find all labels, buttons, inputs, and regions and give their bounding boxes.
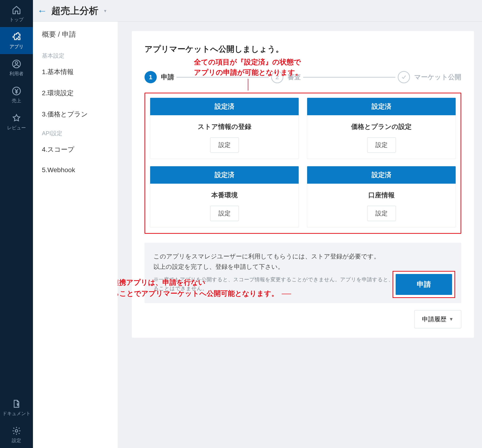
rail-item-sales[interactable]: 売上 xyxy=(0,81,33,108)
submit-application-button[interactable]: 申請 xyxy=(396,274,452,295)
star-icon xyxy=(12,113,21,123)
card-status-badge: 設定済 xyxy=(150,166,299,184)
svg-text:?: ? xyxy=(17,403,19,406)
chevron-down-icon: ▼ xyxy=(449,316,454,322)
user-icon xyxy=(12,59,21,69)
step-1-circle: 1 xyxy=(145,71,157,83)
callout-pointer-line-icon xyxy=(248,79,248,91)
submit-button-highlight-frame: 申請 xyxy=(393,271,455,298)
card-account-info-settings-button[interactable]: 設定 xyxy=(367,206,396,221)
callout-bottom-heading: 【申請】 xyxy=(118,266,291,277)
callout-bottom-line2: 承認されることでアプリマーケットへ公開可能となります。 xyxy=(118,290,278,297)
card-account-info: 設定済 口座情報 設定 xyxy=(307,166,456,228)
card-title: 価格とプランの設定 xyxy=(312,122,451,131)
rail-item-top[interactable]: トップ xyxy=(0,0,33,27)
check-icon xyxy=(401,74,407,80)
publish-panel: アプリマーケットへ公開しましょう。 全ての項目が『設定済』の状態で アプリの申請… xyxy=(132,31,474,338)
side-link-env-settings[interactable]: 2.環境設定 xyxy=(33,83,118,104)
card-store-info: 設定済 ストア情報の登録 設定 xyxy=(150,98,299,159)
card-production-env: 設定済 本番環境 設定 xyxy=(150,166,299,228)
title-dropdown-caret-icon[interactable]: ▾ xyxy=(104,8,106,14)
primary-nav-rail: トップ アプリ 利用者 売上 レビュー ? ドキュメント 設定 xyxy=(0,0,33,448)
step-1-label: 申請 xyxy=(161,73,174,82)
rail-item-app[interactable]: アプリ xyxy=(0,27,33,54)
card-store-info-settings-button[interactable]: 設定 xyxy=(210,137,239,153)
step-connector xyxy=(303,77,395,78)
workspace: ← 超売上分析 ▾ 概要 / 申請 基本設定 1.基本情報 2.環境設定 3.価… xyxy=(33,0,482,448)
secondary-nav: 概要 / 申請 基本設定 1.基本情報 2.環境設定 3.価格とプラン API設… xyxy=(33,22,118,448)
card-status-badge: 設定済 xyxy=(307,166,456,184)
rail-label: アプリ xyxy=(9,44,24,50)
rail-item-review[interactable]: レビュー xyxy=(0,108,33,135)
home-icon xyxy=(12,5,21,15)
rail-label: ドキュメント xyxy=(2,410,31,417)
document-icon: ? xyxy=(12,399,21,409)
rail-label: 設定 xyxy=(12,437,21,444)
side-link-basic-info[interactable]: 1.基本情報 xyxy=(33,61,118,83)
svg-point-4 xyxy=(15,430,18,432)
card-title: 本番環境 xyxy=(155,191,294,200)
card-status-badge: 設定済 xyxy=(307,98,456,115)
card-price-plan-settings-button[interactable]: 設定 xyxy=(367,137,396,153)
gear-icon xyxy=(12,426,21,436)
annotation-callout-bottom: 【申請】 開発した連携アプリは、申請を行ない 承認されることでアプリマーケットへ… xyxy=(118,266,291,299)
main-content: アプリマーケットへ公開しましょう。 全ての項目が『設定済』の状態で アプリの申請… xyxy=(118,22,482,448)
side-link-webhook[interactable]: 5.Webhook xyxy=(33,160,118,180)
callout-bottom-line1: 開発した連携アプリは、申請を行ない xyxy=(118,277,291,288)
yen-icon xyxy=(12,86,21,96)
rail-label: 利用者 xyxy=(9,71,24,77)
progress-stepper: 1 申請 2 審査 マーケット公開 xyxy=(145,71,461,83)
side-link-scope[interactable]: 4.スコープ xyxy=(33,139,118,160)
rail-item-document[interactable]: ? ドキュメント xyxy=(0,394,33,421)
step-3-circle xyxy=(398,71,410,83)
app-title: 超売上分析 xyxy=(51,4,98,17)
callout-arrow-line-icon xyxy=(282,294,291,294)
svg-point-1 xyxy=(15,62,18,64)
step-3: マーケット公開 xyxy=(398,71,461,83)
side-link-price-plan[interactable]: 3.価格とプラン xyxy=(33,104,118,125)
puzzle-icon xyxy=(12,32,21,42)
settings-cards-highlight-frame: 設定済 ストア情報の登録 設定 設定済 価格とプランの設定 設定 xyxy=(145,93,461,234)
application-history-button[interactable]: 申請履歴 ▼ xyxy=(414,310,461,328)
submission-note-box: このアプリをスマレジユーザーに利用してもらうには、ストア登録が必要です。 以上の… xyxy=(145,243,461,303)
rail-item-settings[interactable]: 設定 xyxy=(0,421,33,448)
callout-top-line1: 全ての項目が『設定済』の状態で xyxy=(194,57,302,67)
card-title: 口座情報 xyxy=(312,191,451,200)
rail-label: トップ xyxy=(9,16,24,23)
step-3-label: マーケット公開 xyxy=(414,73,461,82)
topbar: ← 超売上分析 ▾ xyxy=(33,0,482,22)
annotation-callout-top: 全ての項目が『設定済』の状態で アプリの申請が可能となります。 xyxy=(194,57,302,91)
side-overview-link[interactable]: 概要 / 申請 xyxy=(33,22,118,47)
rail-item-user[interactable]: 利用者 xyxy=(0,54,33,81)
history-button-label: 申請履歴 xyxy=(422,315,446,323)
rail-label: 売上 xyxy=(12,98,21,104)
card-production-env-settings-button[interactable]: 設定 xyxy=(210,206,239,221)
side-group-basic-label: 基本設定 xyxy=(33,47,118,61)
panel-title: アプリマーケットへ公開しましょう。 xyxy=(145,44,461,55)
step-1: 1 申請 xyxy=(145,71,174,83)
card-status-badge: 設定済 xyxy=(150,98,299,115)
card-price-plan: 設定済 価格とプランの設定 設定 xyxy=(307,98,456,159)
note-line1: このアプリをスマレジユーザーに利用してもらうには、ストア登録が必要です。 xyxy=(153,251,452,261)
back-arrow-icon[interactable]: ← xyxy=(37,6,47,16)
side-group-api-label: API設定 xyxy=(33,125,118,139)
card-title: ストア情報の登録 xyxy=(155,122,294,131)
rail-label: レビュー xyxy=(7,125,26,131)
callout-top-line2: アプリの申請が可能となります。 xyxy=(194,67,302,78)
